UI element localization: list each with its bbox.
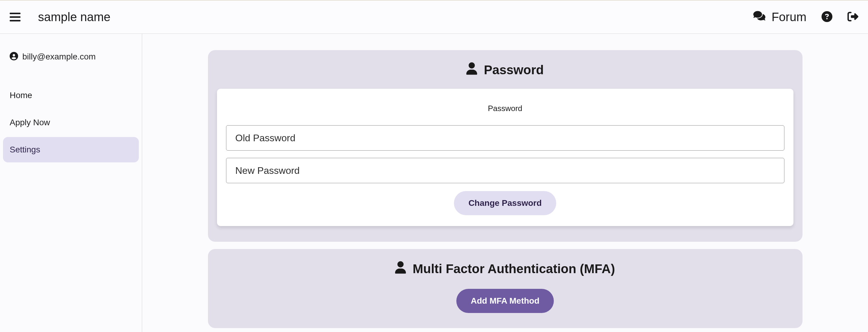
user-icon [395,261,406,277]
new-password-input[interactable] [226,158,784,183]
mfa-section: Multi Factor Authentication (MFA) Add MF… [208,249,803,328]
hamburger-icon[interactable] [10,13,21,22]
mfa-section-title: Multi Factor Authentication (MFA) [217,261,794,277]
sidebar-item-home[interactable]: Home [3,83,139,108]
header-right: Forum [753,10,858,24]
comments-icon [753,10,765,24]
sidebar-user-email: billy@example.com [22,52,96,62]
logout-icon[interactable] [847,11,858,23]
app-title: sample name [38,10,111,24]
forum-link[interactable]: Forum [753,10,806,24]
sidebar-item-apply-now[interactable]: Apply Now [3,110,139,135]
main-inner: Password Password Change Password [208,50,803,332]
password-title-text: Password [484,63,544,77]
user-circle-icon [10,52,18,62]
forum-label: Forum [771,10,806,24]
password-section-title: Password [217,62,794,78]
content: billy@example.com Home Apply Now Setting… [0,34,868,332]
password-form [226,125,784,183]
sidebar: billy@example.com Home Apply Now Setting… [0,34,142,332]
password-card: Password Change Password [217,89,794,226]
change-password-button[interactable]: Change Password [454,191,556,215]
top-header: sample name Forum [0,0,868,34]
add-mfa-button[interactable]: Add MFA Method [456,289,554,313]
user-icon [466,62,477,78]
change-password-row: Change Password [226,191,784,215]
old-password-input[interactable] [226,125,784,151]
mfa-button-row: Add MFA Method [217,289,794,313]
sidebar-user: billy@example.com [3,52,139,62]
sidebar-item-settings[interactable]: Settings [3,137,139,162]
header-left: sample name [10,10,111,24]
password-card-heading: Password [226,104,784,113]
help-icon[interactable] [822,11,832,23]
password-section: Password Password Change Password [208,50,803,242]
main: Password Password Change Password [142,34,868,332]
mfa-title-text: Multi Factor Authentication (MFA) [412,262,615,276]
sidebar-nav: Home Apply Now Settings [3,83,139,162]
